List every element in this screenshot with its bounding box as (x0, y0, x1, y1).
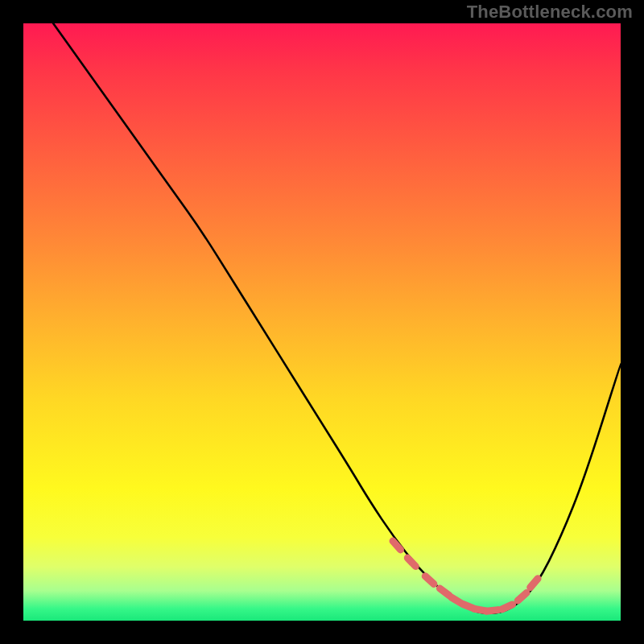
marker-dash (425, 576, 434, 584)
chart-root: TheBottleneck.com (0, 0, 644, 644)
marker-dash (530, 579, 538, 588)
marker-dash (502, 605, 513, 609)
watermark-text: TheBottleneck.com (467, 2, 633, 23)
highlighted-range-markers (393, 541, 538, 611)
plot-area (23, 23, 621, 621)
marker-dash (440, 588, 449, 596)
curve-layer (23, 23, 621, 621)
marker-dash (407, 558, 415, 566)
marker-dash (486, 610, 497, 612)
marker-dash (518, 593, 526, 601)
bottleneck-curve (53, 23, 621, 613)
